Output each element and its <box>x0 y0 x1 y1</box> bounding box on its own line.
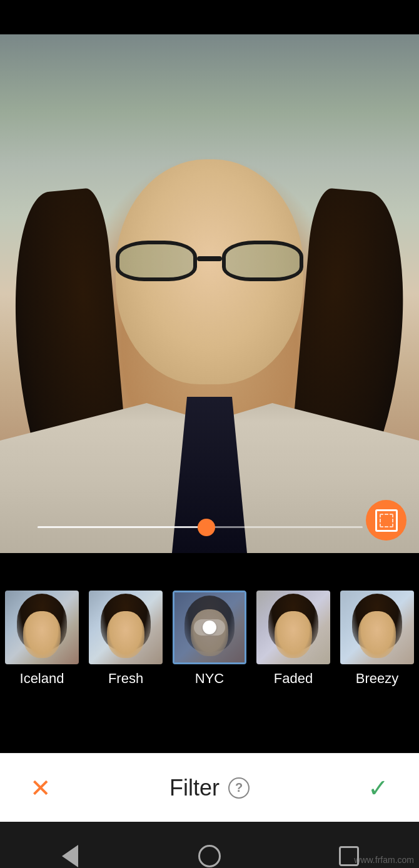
slider-track-fill <box>38 526 206 528</box>
intensity-slider[interactable] <box>38 526 363 528</box>
filter-label-iceland: Iceland <box>20 671 64 687</box>
nyc-toggle <box>194 619 225 636</box>
filter-item-faded[interactable]: Faded <box>251 591 335 687</box>
home-button[interactable] <box>188 834 231 868</box>
back-icon <box>62 845 78 867</box>
watermark: www.frfam.com <box>354 855 414 865</box>
glasses <box>103 241 316 284</box>
glasses-left-lens <box>116 241 197 281</box>
filter-thumb-breezy[interactable] <box>340 591 414 664</box>
action-bar: ✕ Filter ? ✓ <box>0 753 419 822</box>
slider-thumb[interactable] <box>198 519 215 536</box>
glasses-bridge <box>197 256 222 261</box>
crop-icon <box>375 509 398 532</box>
filter-thumb-fresh[interactable] <box>89 591 163 664</box>
filter-thumb-faded[interactable] <box>256 591 330 664</box>
filter-strip: Iceland Fresh NYC <box>0 591 419 716</box>
filter-label-breezy: Breezy <box>356 671 398 687</box>
screen-title: Filter <box>169 775 220 801</box>
filter-thumb-iceland[interactable] <box>5 591 79 664</box>
back-button[interactable] <box>48 834 92 868</box>
confirm-button[interactable]: ✓ <box>363 772 394 804</box>
thumb-face-fresh <box>107 611 144 658</box>
status-bar <box>0 0 419 34</box>
bottom-gap <box>0 716 419 753</box>
filter-thumb-nyc[interactable] <box>173 591 246 664</box>
middle-gap <box>0 553 419 591</box>
cancel-button[interactable]: ✕ <box>25 772 56 804</box>
filter-label-fresh: Fresh <box>108 671 143 687</box>
glasses-right-lens <box>222 241 303 281</box>
filter-label-nyc: NYC <box>195 671 224 687</box>
nyc-toggle-knob <box>203 621 216 634</box>
home-icon <box>198 845 221 867</box>
filter-item-fresh[interactable]: Fresh <box>84 591 168 687</box>
filter-item-iceland[interactable]: Iceland <box>0 591 84 687</box>
crop-button[interactable] <box>366 500 406 541</box>
filter-label-faded: Faded <box>274 671 313 687</box>
photo-preview <box>0 34 419 553</box>
thumb-face-faded <box>275 611 312 658</box>
title-group: Filter ? <box>169 775 250 801</box>
help-button[interactable]: ? <box>228 777 250 799</box>
filter-item-nyc[interactable]: NYC <box>168 591 251 687</box>
nyc-active-overlay <box>174 592 245 662</box>
filter-item-breezy[interactable]: Breezy <box>335 591 419 687</box>
thumb-face-iceland <box>23 611 61 658</box>
thumb-face-breezy <box>358 611 396 658</box>
slider-track <box>38 526 363 528</box>
